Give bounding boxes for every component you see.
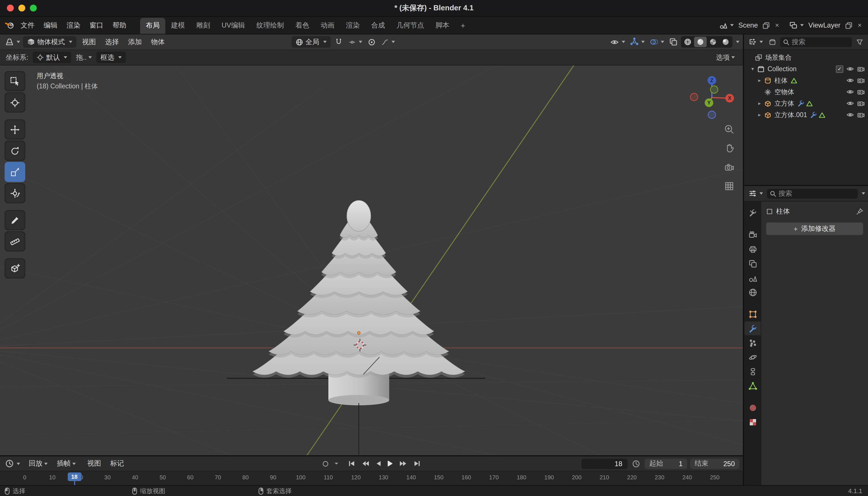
menu-item[interactable]: 编辑 [39, 19, 62, 32]
xray-toggle[interactable] [668, 37, 679, 47]
remove-viewlayer-button[interactable]: × [856, 20, 864, 30]
pin-id-button[interactable] [856, 208, 864, 215]
disable-render-toggle[interactable] [857, 100, 865, 107]
tab-physics[interactable] [745, 350, 761, 364]
snap-toggle-button[interactable] [333, 37, 344, 47]
options-dropdown[interactable]: 选项 [716, 52, 735, 62]
disable-render-toggle[interactable] [857, 65, 865, 72]
tab-modifiers[interactable] [745, 322, 761, 335]
disable-render-toggle[interactable] [857, 111, 865, 118]
snap-settings-dropdown[interactable] [347, 37, 364, 47]
tool-3d-cursor[interactable] [4, 92, 25, 112]
editor-type-button[interactable] [3, 37, 22, 47]
tab-render[interactable] [745, 228, 761, 242]
coord-system-dropdown[interactable]: 默认 [33, 52, 72, 63]
workspace-tab[interactable]: UV编辑 [216, 18, 251, 34]
workspace-tab[interactable]: 雕刻 [190, 18, 216, 34]
workspace-tab[interactable]: 建模 [165, 18, 190, 34]
disable-render-toggle[interactable] [857, 77, 865, 84]
outliner-row-scene-collection[interactable]: 场景集合 [744, 52, 868, 63]
frame-start-field[interactable]: 起始 1 [645, 459, 687, 469]
tab-particles[interactable] [745, 336, 761, 350]
pan-view-button[interactable] [723, 142, 735, 154]
workspace-tab[interactable]: 渲染 [340, 18, 366, 34]
properties-editor-type-button[interactable] [747, 188, 765, 199]
keying-dropdown[interactable] [335, 463, 338, 464]
tab-object[interactable] [745, 307, 761, 321]
menu-item[interactable]: 文件 [16, 19, 39, 32]
tool-transform[interactable] [4, 183, 25, 203]
timeline-editor-type-button[interactable] [3, 458, 22, 469]
workspace-tab[interactable]: 几何节点 [391, 18, 430, 34]
tab-output[interactable] [745, 242, 761, 256]
tab-constraints[interactable] [745, 365, 761, 378]
hide-eye-toggle[interactable] [846, 111, 854, 118]
transform-orientation-dropdown[interactable]: 全局 [292, 36, 331, 48]
disclosure-icon[interactable]: ▸ [757, 112, 762, 118]
shading-wireframe-button[interactable] [681, 37, 694, 47]
disclosure-icon[interactable]: ▸ [757, 100, 762, 106]
tool-measure[interactable] [4, 231, 25, 251]
browse-scene-button[interactable] [717, 20, 735, 30]
tab-scene[interactable] [745, 271, 761, 285]
viewport-canvas[interactable]: 用户透视 (18) Collection | 柱体 [0, 65, 743, 455]
viewport-menu-item[interactable]: 视图 [78, 35, 100, 48]
breadcrumb-object-name[interactable]: 柱体 [776, 207, 790, 216]
shading-dropdown[interactable] [736, 41, 740, 43]
disable-render-toggle[interactable] [857, 89, 865, 95]
shading-solid-button[interactable] [694, 37, 707, 47]
view-gizmo[interactable]: Z X Y [690, 74, 734, 118]
outliner-row-cube[interactable]: ▸ 立方体 [744, 97, 868, 109]
workspace-tab[interactable]: 纹理绘制 [251, 18, 290, 34]
tab-world[interactable] [745, 285, 761, 299]
gizmo-y-pos-ball[interactable]: Y [705, 98, 713, 107]
zoom-view-button[interactable] [723, 123, 735, 136]
timeline-dropdown[interactable]: 插帧 [52, 457, 80, 470]
gizmo-x-neg-ball[interactable] [690, 93, 698, 101]
properties-search-input[interactable]: 搜索 [767, 189, 858, 198]
add-modifier-button[interactable]: + 添加修改器 [766, 222, 864, 235]
auto-keying-toggle[interactable] [320, 459, 331, 469]
toggle-ortho-button[interactable] [723, 180, 735, 192]
playhead-badge[interactable]: 18 [67, 473, 81, 481]
workspace-tab[interactable]: 脚本 [430, 18, 455, 34]
object-visibility-dropdown[interactable] [608, 37, 627, 47]
gizmo-y-neg-ball[interactable] [710, 86, 718, 93]
tab-tool[interactable] [745, 206, 761, 220]
jump-to-start-button[interactable] [345, 459, 358, 468]
new-scene-button[interactable] [761, 20, 772, 30]
outliner-row-cube-001[interactable]: ▸ 立方体.001 [744, 109, 868, 121]
jump-to-end-button[interactable] [410, 459, 423, 468]
next-keyframe-button[interactable] [397, 459, 410, 468]
tool-select-box[interactable] [4, 71, 25, 91]
hide-eye-toggle[interactable] [846, 100, 854, 107]
gizmo-x-pos-ball[interactable]: X [725, 94, 734, 103]
menu-item[interactable]: 帮助 [108, 19, 131, 32]
collection-exclude-checkbox[interactable]: ✓ [836, 65, 843, 73]
disclosure-icon[interactable]: ▸ [757, 78, 762, 83]
gizmo-z-neg-ball[interactable] [708, 111, 716, 119]
add-workspace-button[interactable]: + [456, 19, 469, 31]
outliner-filter-button[interactable] [854, 37, 865, 47]
frame-end-field[interactable]: 结束 250 [690, 459, 740, 469]
tool-rotate[interactable] [4, 141, 25, 161]
hide-eye-toggle[interactable] [846, 89, 854, 95]
current-frame-field[interactable]: 18 [582, 459, 627, 469]
viewport-menu-item[interactable]: 添加 [123, 35, 146, 48]
viewport-menu-item[interactable]: 选择 [100, 35, 123, 48]
browse-viewlayer-button[interactable] [788, 20, 805, 30]
disclosure-icon[interactable]: ▾ [750, 66, 756, 72]
tool-add-cube[interactable] [4, 258, 25, 278]
outliner-search-input[interactable]: 搜索 [780, 37, 852, 47]
hide-eye-toggle[interactable] [846, 65, 854, 72]
shading-material-button[interactable] [707, 37, 719, 47]
play-button[interactable] [385, 459, 396, 468]
tool-scale[interactable] [4, 162, 25, 182]
3d-scene[interactable] [0, 65, 743, 455]
timeline-dropdown[interactable]: 回放 [24, 457, 52, 470]
outliner-editor-type-button[interactable] [747, 37, 765, 47]
shading-rendered-button[interactable] [719, 37, 732, 47]
tab-texture[interactable] [745, 415, 761, 429]
new-viewlayer-button[interactable] [843, 20, 854, 30]
outliner-row-empty[interactable]: 空物体 [744, 86, 868, 97]
